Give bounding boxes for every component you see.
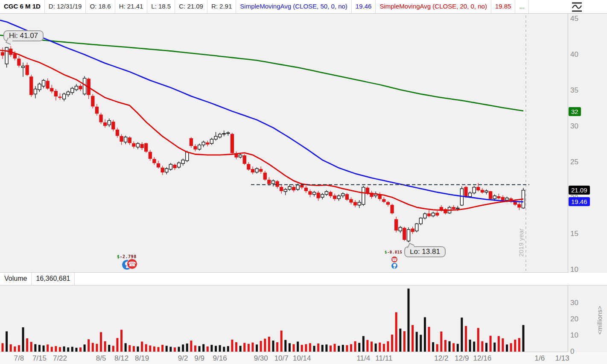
volume-axis-tick: 30 [570,299,578,307]
earnings-amount-label: $-2.798 [117,254,137,259]
candle-body [341,194,344,196]
candle-body [481,190,484,192]
volume-bar [301,345,303,352]
candle-body [309,192,312,195]
header-cell-1[interactable]: D: 12/31/19 [45,0,86,13]
header-cell-2[interactable]: O: 18.6 [86,0,115,13]
candle-body [149,152,152,158]
header-cell-4[interactable]: L: 18.5 [147,0,175,13]
conference-call-phone-icon[interactable]: ☎ [391,256,398,263]
candle-body [58,97,61,98]
volume-bar [354,341,356,352]
volume-bar [317,344,319,352]
volume-bar [510,343,512,352]
header-cell-8[interactable]: 19.46 [352,0,376,13]
candle-body [317,193,320,198]
candle-body [124,137,127,142]
header-cell-0[interactable]: CGC 6 M 1D [0,0,45,13]
sma20-line [0,50,523,210]
volume-bar [309,343,311,352]
candle-body [464,187,467,197]
volume-bar [293,344,295,352]
tip-bulb-icon[interactable] [391,262,398,269]
candle-body [18,59,20,65]
volume-panel-baseline [0,352,568,352]
volume-bar [362,336,365,352]
volume-bar [260,341,262,352]
candle-body [292,187,295,190]
candle-body [42,80,45,86]
header-cell-7[interactable]: SimpleMovingAvg (CLOSE, 50, 0, no) [236,0,352,13]
volume-bar [18,345,20,352]
volume-bar [358,343,360,352]
volume-bar [26,338,28,352]
volume-bar [10,344,12,352]
header-cell-3[interactable]: H: 21.41 [115,0,148,13]
volume-bar [444,340,446,352]
volume-bar [432,342,434,352]
volume-bar [161,345,163,352]
volume-bar [166,346,168,352]
candle-body [5,47,8,64]
time-axis-tick: 10/14 [293,354,311,363]
volume-bar [383,344,385,352]
candle-body [325,192,328,195]
candle-body [243,156,246,163]
header-cell-11[interactable]: ... [515,0,529,13]
volume-bar [202,344,204,352]
volume-bar [207,347,209,352]
candle-body [260,169,263,172]
volume-bar [75,348,77,352]
volume-bar [63,347,65,352]
price-axis-tick: 35 [570,86,578,95]
price-badge: 19.46 [569,197,590,206]
volume-bar [116,338,118,352]
price-volume-chart-canvas[interactable] [0,0,607,364]
candle-body [75,86,78,90]
volume-bar [100,332,102,352]
candle-body [436,213,439,215]
volume-bar [43,346,45,352]
volume-bar [485,343,487,352]
volume-bar [395,312,397,352]
candle-body [227,133,230,134]
chart-style-icon[interactable] [571,1,583,13]
volume-bar [38,345,41,352]
volume-bar [371,341,373,352]
header-cell-9[interactable]: SimpleMovingAvg (CLOSE, 20, 0, no) [376,0,491,13]
time-axis-tick: 9/2 [178,354,188,363]
candle-body [407,230,410,241]
volume-bar [506,344,508,352]
volume-bar [477,328,479,352]
price-axis-tick: 30 [570,122,578,131]
candle-body [30,77,33,95]
candle-body [271,181,274,184]
candle-body [505,198,508,200]
conference-call-phone-icon[interactable]: ☎ [127,259,137,269]
volume-bar [88,339,90,352]
price-axis-divider [568,13,568,352]
volume-bar [227,346,229,352]
volume-label[interactable]: Volume [0,273,32,285]
candle-body [214,136,217,139]
volume-bar [96,344,98,352]
volume-bar [137,347,139,352]
volume-bar [457,344,459,352]
time-axis-tick: 12/2 [434,354,448,363]
candle-body [440,207,443,210]
volume-bar [104,341,106,352]
volume-bar [424,317,426,352]
volume-bar [366,340,368,352]
volume-bar [112,346,114,352]
volume-bar [346,345,348,352]
header-cell-6[interactable]: R: 2.91 [207,0,236,13]
header-cell-5[interactable]: C: 21.09 [175,0,207,13]
volume-bar [465,326,467,352]
header-cell-10[interactable]: 19.85 [491,0,516,13]
candle-body [255,169,258,172]
volume-bar [387,341,389,352]
volume-bar [514,340,516,352]
candle-body [403,228,406,240]
volume-axis-tick: 0 [570,347,574,356]
volume-bar [158,347,160,352]
